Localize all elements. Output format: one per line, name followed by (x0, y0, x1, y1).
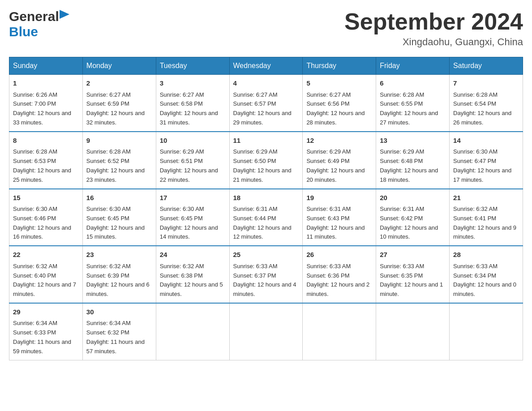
day-info: Sunrise: 6:30 AMSunset: 6:46 PMDaylight:… (13, 206, 71, 240)
day-info: Sunrise: 6:29 AMSunset: 6:48 PMDaylight:… (380, 148, 438, 183)
calendar-day-cell (376, 303, 450, 360)
calendar-day-cell: 12 Sunrise: 6:29 AMSunset: 6:49 PMDaylig… (303, 132, 376, 189)
day-number: 3 (160, 78, 226, 89)
calendar-day-cell: 8 Sunrise: 6:28 AMSunset: 6:53 PMDayligh… (9, 132, 83, 189)
day-info: Sunrise: 6:28 AMSunset: 6:54 PMDaylight:… (453, 91, 511, 126)
calendar-day-cell: 25 Sunrise: 6:33 AMSunset: 6:37 PMDaylig… (229, 246, 303, 303)
day-info: Sunrise: 6:28 AMSunset: 6:53 PMDaylight:… (13, 148, 71, 183)
calendar-day-cell: 28 Sunrise: 6:33 AMSunset: 6:34 PMDaylig… (450, 246, 523, 303)
calendar-day-cell: 17 Sunrise: 6:30 AMSunset: 6:45 PMDaylig… (156, 189, 229, 246)
day-info: Sunrise: 6:26 AMSunset: 7:00 PMDaylight:… (13, 91, 71, 126)
calendar-day-cell: 9 Sunrise: 6:28 AMSunset: 6:52 PMDayligh… (82, 132, 156, 189)
day-info: Sunrise: 6:33 AMSunset: 6:37 PMDaylight:… (233, 263, 296, 297)
day-info: Sunrise: 6:30 AMSunset: 6:45 PMDaylight:… (160, 206, 218, 240)
calendar-day-cell: 19 Sunrise: 6:31 AMSunset: 6:43 PMDaylig… (303, 189, 376, 246)
header-saturday: Saturday (450, 57, 523, 75)
calendar-day-cell: 24 Sunrise: 6:32 AMSunset: 6:38 PMDaylig… (156, 246, 229, 303)
logo-flag-icon (60, 10, 69, 23)
day-number: 7 (453, 78, 519, 89)
day-info: Sunrise: 6:31 AMSunset: 6:43 PMDaylight:… (306, 206, 365, 240)
calendar-day-cell: 11 Sunrise: 6:29 AMSunset: 6:50 PMDaylig… (229, 132, 303, 189)
calendar-day-cell: 1 Sunrise: 6:26 AMSunset: 7:00 PMDayligh… (9, 75, 83, 132)
day-number: 14 (453, 136, 519, 146)
day-number: 9 (86, 136, 152, 146)
calendar-day-cell: 27 Sunrise: 6:33 AMSunset: 6:35 PMDaylig… (376, 246, 450, 303)
day-number: 6 (380, 78, 446, 89)
calendar-week-row: 15 Sunrise: 6:30 AMSunset: 6:46 PMDaylig… (9, 189, 523, 246)
calendar-day-cell: 22 Sunrise: 6:32 AMSunset: 6:40 PMDaylig… (9, 246, 83, 303)
calendar-day-cell (303, 303, 376, 360)
day-number: 2 (86, 78, 152, 89)
day-number: 4 (233, 78, 299, 89)
calendar-day-cell: 3 Sunrise: 6:27 AMSunset: 6:58 PMDayligh… (156, 75, 229, 132)
calendar-title: September 2024 (344, 9, 523, 34)
day-info: Sunrise: 6:33 AMSunset: 6:35 PMDaylight:… (380, 263, 443, 297)
logo-image: General (9, 9, 70, 24)
day-number: 23 (86, 250, 152, 260)
header-thursday: Thursday (303, 57, 376, 75)
day-number: 18 (233, 193, 299, 203)
day-info: Sunrise: 6:31 AMSunset: 6:44 PMDaylight:… (233, 206, 292, 240)
logo-general-text: General (9, 9, 59, 24)
svg-marker-0 (60, 10, 69, 19)
calendar-day-cell: 21 Sunrise: 6:32 AMSunset: 6:41 PMDaylig… (450, 189, 523, 246)
day-info: Sunrise: 6:33 AMSunset: 6:34 PMDaylight:… (453, 263, 516, 297)
calendar-day-cell: 26 Sunrise: 6:33 AMSunset: 6:36 PMDaylig… (303, 246, 376, 303)
day-info: Sunrise: 6:29 AMSunset: 6:49 PMDaylight:… (306, 148, 365, 183)
calendar-week-row: 29 Sunrise: 6:34 AMSunset: 6:33 PMDaylig… (9, 303, 523, 360)
calendar-day-cell: 14 Sunrise: 6:30 AMSunset: 6:47 PMDaylig… (450, 132, 523, 189)
day-number: 21 (453, 193, 519, 203)
day-number: 28 (453, 250, 519, 260)
calendar-day-cell: 15 Sunrise: 6:30 AMSunset: 6:46 PMDaylig… (9, 189, 83, 246)
day-number: 8 (13, 136, 79, 146)
calendar-day-cell: 2 Sunrise: 6:27 AMSunset: 6:59 PMDayligh… (82, 75, 156, 132)
day-number: 25 (233, 250, 299, 260)
day-info: Sunrise: 6:34 AMSunset: 6:32 PMDaylight:… (86, 320, 145, 354)
day-info: Sunrise: 6:32 AMSunset: 6:40 PMDaylight:… (13, 263, 76, 297)
calendar-day-cell: 7 Sunrise: 6:28 AMSunset: 6:54 PMDayligh… (450, 75, 523, 132)
day-info: Sunrise: 6:27 AMSunset: 6:58 PMDaylight:… (160, 91, 218, 126)
day-number: 13 (380, 136, 446, 146)
day-number: 27 (380, 250, 446, 260)
logo-blue-text: Blue (9, 24, 38, 39)
calendar-day-cell: 23 Sunrise: 6:32 AMSunset: 6:39 PMDaylig… (82, 246, 156, 303)
day-info: Sunrise: 6:28 AMSunset: 6:55 PMDaylight:… (380, 91, 438, 126)
day-info: Sunrise: 6:32 AMSunset: 6:41 PMDaylight:… (453, 206, 516, 240)
day-number: 17 (160, 193, 226, 203)
calendar-day-cell: 16 Sunrise: 6:30 AMSunset: 6:45 PMDaylig… (82, 189, 156, 246)
day-info: Sunrise: 6:32 AMSunset: 6:38 PMDaylight:… (160, 263, 223, 297)
header-wednesday: Wednesday (229, 57, 303, 75)
calendar-header-row: Sunday Monday Tuesday Wednesday Thursday… (9, 57, 523, 75)
calendar-day-cell: 30 Sunrise: 6:34 AMSunset: 6:32 PMDaylig… (82, 303, 156, 360)
day-number: 15 (13, 193, 79, 203)
day-number: 30 (86, 307, 152, 317)
header-monday: Monday (82, 57, 156, 75)
calendar-table: Sunday Monday Tuesday Wednesday Thursday… (9, 57, 523, 360)
day-info: Sunrise: 6:28 AMSunset: 6:52 PMDaylight:… (86, 148, 145, 183)
calendar-day-cell: 10 Sunrise: 6:29 AMSunset: 6:51 PMDaylig… (156, 132, 229, 189)
calendar-day-cell: 13 Sunrise: 6:29 AMSunset: 6:48 PMDaylig… (376, 132, 450, 189)
day-number: 10 (160, 136, 226, 146)
page-header: General Blue September 2024 Xingdaohu, G… (9, 9, 523, 48)
day-info: Sunrise: 6:32 AMSunset: 6:39 PMDaylight:… (86, 263, 150, 297)
day-number: 22 (13, 250, 79, 260)
calendar-day-cell: 20 Sunrise: 6:31 AMSunset: 6:42 PMDaylig… (376, 189, 450, 246)
location-subtitle: Xingdaohu, Guangxi, China (344, 36, 523, 48)
day-number: 19 (306, 193, 372, 203)
day-number: 29 (13, 307, 79, 317)
calendar-day-cell: 18 Sunrise: 6:31 AMSunset: 6:44 PMDaylig… (229, 189, 303, 246)
calendar-day-cell (450, 303, 523, 360)
calendar-day-cell: 29 Sunrise: 6:34 AMSunset: 6:33 PMDaylig… (9, 303, 83, 360)
day-info: Sunrise: 6:34 AMSunset: 6:33 PMDaylight:… (13, 320, 71, 354)
calendar-week-row: 8 Sunrise: 6:28 AMSunset: 6:53 PMDayligh… (9, 132, 523, 189)
title-area: September 2024 Xingdaohu, Guangxi, China (344, 9, 523, 48)
day-info: Sunrise: 6:29 AMSunset: 6:50 PMDaylight:… (233, 148, 292, 183)
header-friday: Friday (376, 57, 450, 75)
calendar-day-cell: 5 Sunrise: 6:27 AMSunset: 6:56 PMDayligh… (303, 75, 376, 132)
day-info: Sunrise: 6:27 AMSunset: 6:57 PMDaylight:… (233, 91, 292, 126)
day-info: Sunrise: 6:30 AMSunset: 6:47 PMDaylight:… (453, 148, 511, 183)
day-info: Sunrise: 6:27 AMSunset: 6:56 PMDaylight:… (306, 91, 365, 126)
logo: General Blue (9, 9, 70, 39)
calendar-day-cell: 4 Sunrise: 6:27 AMSunset: 6:57 PMDayligh… (229, 75, 303, 132)
day-number: 5 (306, 78, 372, 89)
